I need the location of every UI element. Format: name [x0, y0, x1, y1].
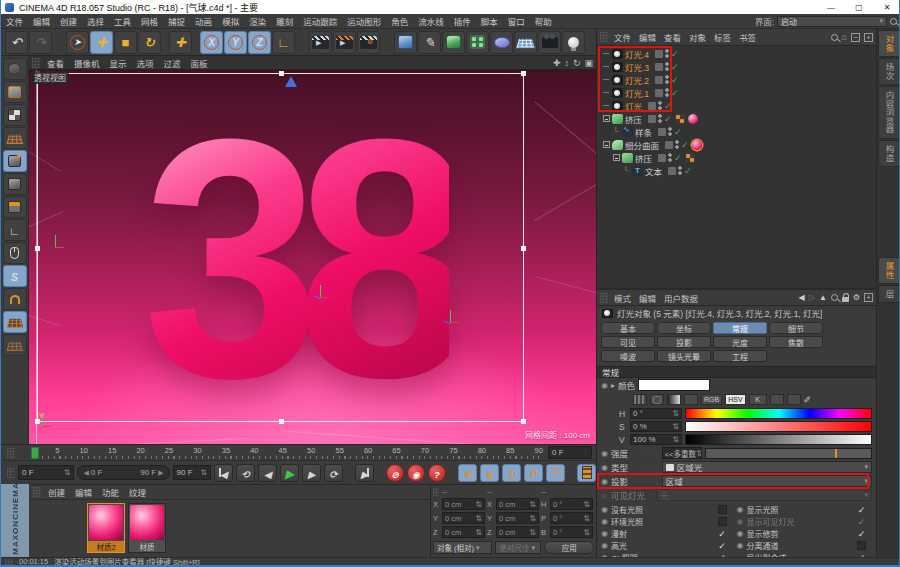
stepper-icon[interactable] — [696, 449, 702, 458]
expand-toggle-icon[interactable] — [613, 154, 620, 161]
visibility-toggles[interactable] — [665, 140, 689, 150]
stepper-icon[interactable] — [583, 528, 590, 537]
viewport-menu-item[interactable]: 显示 — [105, 57, 132, 69]
polygons-mode-button[interactable] — [3, 196, 27, 218]
stepper-icon[interactable] — [200, 468, 207, 477]
menu-item[interactable]: 插件 — [449, 15, 476, 27]
stepper-icon[interactable] — [64, 468, 71, 477]
coordinate-field[interactable]: 0 ° — [550, 512, 593, 524]
manager-tab[interactable]: 内容浏览器 — [878, 86, 900, 139]
option-row[interactable]: 显示可见灯光 — [737, 516, 873, 527]
option-row[interactable]: 环境光照 — [601, 516, 733, 527]
render-picture-viewer-button[interactable] — [333, 31, 356, 54]
menu-item[interactable]: 脚本 — [476, 15, 503, 27]
enabled-check-icon[interactable] — [674, 153, 682, 163]
layer-toggle-icon[interactable] — [648, 102, 656, 110]
menu-item[interactable]: 模拟 — [217, 15, 244, 27]
stepper-icon[interactable] — [529, 500, 536, 509]
option-checkbox[interactable] — [718, 541, 727, 550]
size-mode-dropdown[interactable]: 绝对尺寸 — [495, 541, 541, 554]
coordinate-field[interactable]: 0 cm — [442, 498, 485, 510]
enabled-check-icon[interactable] — [671, 49, 679, 59]
coordinate-field[interactable]: 0 cm — [496, 526, 539, 538]
perspective-viewport[interactable]: 查看摄像机显示选项过滤面板 ✚ ↕ ↻ ▣ 38 — [29, 56, 596, 444]
manager-tab[interactable]: 场次 — [878, 58, 900, 85]
option-row[interactable]: 显示光照 — [737, 504, 873, 515]
enable-snap-button[interactable] — [3, 265, 27, 287]
apply-button[interactable]: 应用 — [544, 541, 594, 554]
axis-gizmo[interactable] — [444, 310, 458, 326]
minimize-button[interactable]: — — [817, 0, 845, 14]
attribute-tab[interactable]: 细节 — [769, 322, 823, 334]
key-parameter-toggle[interactable] — [524, 464, 543, 482]
visibility-toggles[interactable] — [648, 101, 672, 111]
visibility-toggles[interactable] — [655, 88, 679, 98]
attribute-tab[interactable]: 焦散 — [769, 336, 823, 348]
object-name[interactable]: 灯光 — [625, 100, 642, 112]
expand-icon[interactable]: + — [864, 33, 873, 42]
spline-pen-menu[interactable] — [418, 31, 441, 54]
visibility-dots-icon[interactable] — [678, 166, 682, 175]
visibility-toggles[interactable] — [655, 75, 679, 85]
object-name[interactable]: 细分曲面 — [625, 139, 659, 151]
visibility-dots-icon[interactable] — [665, 75, 669, 84]
stepper-icon[interactable] — [583, 514, 590, 523]
menu-item[interactable]: 雕刻 — [271, 15, 298, 27]
menu-item[interactable]: 运动跟踪 — [298, 15, 342, 27]
menu-item[interactable]: 角色 — [386, 15, 413, 27]
channel-gradient-slider[interactable] — [685, 408, 872, 419]
stepper-icon[interactable] — [475, 528, 482, 537]
menu-item[interactable]: 创建 — [55, 15, 82, 27]
frame-handle[interactable] — [521, 246, 526, 251]
redo-button[interactable] — [29, 31, 52, 54]
texture-mode-button[interactable] — [3, 104, 27, 126]
key-pla-toggle[interactable] — [546, 464, 565, 482]
frame-handle[interactable] — [279, 419, 284, 424]
move-tool[interactable] — [90, 31, 113, 54]
material-menu-item[interactable]: 纹理 — [124, 486, 151, 498]
object-name[interactable]: 样条 — [635, 126, 652, 138]
object-tag-icon[interactable] — [692, 140, 702, 150]
coordinate-field[interactable]: 0 ° — [550, 526, 593, 538]
object-name[interactable]: 灯光.2 — [625, 74, 649, 86]
coordinate-mode-dropdown[interactable]: 对象 (相对) — [433, 541, 492, 554]
object-name[interactable]: 挤压 — [635, 152, 652, 164]
timeline-playhead[interactable] — [31, 447, 39, 459]
enabled-check-icon[interactable] — [681, 140, 689, 150]
stepper-icon[interactable] — [672, 409, 679, 418]
object-manager-menu-item[interactable]: 编辑 — [635, 31, 660, 43]
render-view-button[interactable] — [309, 31, 332, 54]
expand-toggle-icon[interactable] — [603, 141, 610, 148]
layer-toggle-icon[interactable] — [658, 128, 666, 136]
visibility-dots-icon[interactable] — [658, 101, 662, 110]
object-name[interactable]: 文本 — [645, 165, 662, 177]
layer-toggle-icon[interactable] — [655, 63, 663, 71]
undo-button[interactable] — [5, 31, 28, 54]
attribute-tab[interactable]: 光度 — [713, 336, 767, 348]
object-row[interactable]: 样条 — [597, 125, 876, 138]
stepper-icon[interactable] — [475, 514, 482, 523]
manager-tab[interactable]: 对象 — [878, 30, 900, 57]
timeline-ruler[interactable]: 051015202530354045505560657075808590 0 F — [1, 444, 596, 460]
object-name[interactable]: 灯光.1 — [625, 87, 649, 99]
attribute-menu-item[interactable]: 编辑 — [635, 292, 660, 304]
goto-end-button[interactable] — [355, 464, 374, 482]
visibility-dots-icon[interactable] — [668, 153, 672, 162]
live-selection-tool[interactable] — [66, 31, 89, 54]
enabled-check-icon[interactable] — [684, 166, 692, 176]
layer-toggle-icon[interactable] — [655, 89, 663, 97]
compact-mode-icon[interactable] — [787, 394, 801, 405]
maximize-button[interactable]: ▢ — [845, 0, 873, 14]
attribute-side-tab[interactable]: 层 — [878, 285, 900, 304]
attribute-menu-item[interactable]: 模式 — [610, 292, 635, 304]
visibility-toggles[interactable] — [655, 49, 679, 59]
object-manager-menu-item[interactable]: 书签 — [735, 31, 760, 43]
visibility-toggles[interactable] — [658, 153, 682, 163]
stepper-icon[interactable] — [529, 514, 536, 523]
key-rotation-toggle[interactable] — [502, 464, 521, 482]
stepper-icon[interactable] — [583, 500, 590, 509]
primitive-cube-menu[interactable] — [394, 31, 417, 54]
option-checkbox[interactable] — [718, 529, 727, 538]
area-light-frame[interactable] — [37, 73, 524, 422]
menu-item[interactable]: 窗口 — [503, 15, 530, 27]
